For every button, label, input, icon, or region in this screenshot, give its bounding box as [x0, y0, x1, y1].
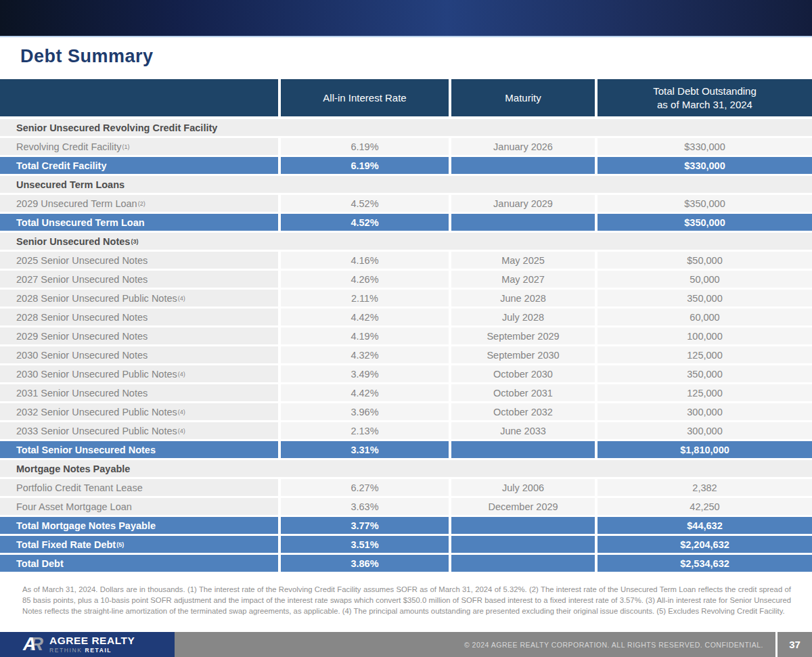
row-label: Mortgage Notes Payable	[0, 460, 812, 477]
column-header-0	[0, 79, 278, 116]
amount-cell: 100,000	[597, 327, 812, 344]
maturity-cell: September 2029	[451, 327, 595, 344]
maturity-cell	[451, 555, 595, 572]
table-row: 2029 Senior Unsecured Notes4.19%Septembe…	[0, 327, 812, 344]
row-label: Four Asset Mortgage Loan	[0, 498, 278, 515]
top-gradient-band	[0, 0, 812, 37]
table-row: 2025 Senior Unsecured Notes4.16%May 2025…	[0, 252, 812, 269]
table-row: 2028 Senior Unsecured Public Notes(4)2.1…	[0, 290, 812, 307]
row-label: 2029 Unsecured Term Loan(2)	[0, 195, 278, 212]
amount-cell: $330,000	[597, 138, 812, 155]
amount-cell: 125,000	[597, 384, 812, 401]
amount-cell: 42,250	[597, 498, 812, 515]
maturity-cell: October 2031	[451, 384, 595, 401]
amount-cell: $2,534,632	[597, 555, 812, 572]
maturity-cell: July 2028	[451, 309, 595, 325]
maturity-cell: May 2025	[451, 252, 595, 269]
ar-monogram-icon: A R	[23, 634, 43, 655]
rate-cell: 3.77%	[281, 517, 449, 534]
rate-cell: 4.19%	[281, 327, 449, 344]
column-header-2: Maturity	[451, 79, 595, 116]
rate-cell: 4.52%	[281, 214, 449, 231]
table-row: 2029 Unsecured Term Loan(2)4.52%January …	[0, 195, 812, 212]
amount-cell: 125,000	[597, 346, 812, 363]
maturity-cell	[451, 441, 595, 458]
logo-tagline: RETHINK RETAIL	[49, 647, 135, 654]
tagline-retail: RETAIL	[83, 647, 112, 654]
table-row: 2030 Senior Unsecured Public Notes(4)3.4…	[0, 365, 812, 382]
debt-summary-table: All-in Interest RateMaturityTotal Debt O…	[0, 79, 812, 574]
rate-cell: 2.13%	[281, 422, 449, 439]
table-row: 2027 Senior Unsecured Notes4.26%May 2027…	[0, 271, 812, 288]
rate-cell: 4.42%	[281, 309, 449, 325]
row-label: Total Debt	[0, 555, 278, 572]
amount-cell: 50,000	[597, 271, 812, 288]
rate-cell: 3.86%	[281, 555, 449, 572]
amount-cell: 300,000	[597, 422, 812, 439]
row-label: 2027 Senior Unsecured Notes	[0, 271, 278, 288]
table-row: 2030 Senior Unsecured Notes4.32%Septembe…	[0, 346, 812, 363]
maturity-cell	[451, 517, 595, 534]
section-header-row: Senior Unsecured Notes(3)	[0, 233, 812, 250]
copyright-text: © 2024 AGREE REALTY CORPORATION. ALL RIG…	[464, 632, 763, 657]
maturity-cell	[451, 157, 595, 174]
rate-cell: 6.27%	[281, 479, 449, 496]
row-label: 2028 Senior Unsecured Public Notes(4)	[0, 290, 278, 307]
maturity-cell	[451, 536, 595, 553]
rate-cell: 2.11%	[281, 290, 449, 307]
maturity-cell: May 2027	[451, 271, 595, 288]
column-header-3: Total Debt Outstandingas of March 31, 20…	[597, 79, 812, 116]
table-row: 2033 Senior Unsecured Public Notes(4)2.1…	[0, 422, 812, 439]
table-row: Portfolio Credit Tenant Lease6.27%July 2…	[0, 479, 812, 496]
row-label: 2025 Senior Unsecured Notes	[0, 252, 278, 269]
row-label: Total Fixed Rate Debt(5)	[0, 536, 278, 553]
row-label: Total Mortgage Notes Payable	[0, 517, 278, 534]
footer-bar: A R AGREE REALTY RETHINK RETAIL © 2024 A…	[0, 632, 812, 657]
row-label: Senior Unsecured Revolving Credit Facili…	[0, 119, 812, 136]
row-label: Portfolio Credit Tenant Lease	[0, 479, 278, 496]
row-label: 2032 Senior Unsecured Public Notes(4)	[0, 403, 278, 420]
table-row: Revolving Credit Facility(1)6.19%January…	[0, 138, 812, 155]
agree-realty-logo: A R AGREE REALTY RETHINK RETAIL	[0, 632, 175, 657]
maturity-cell: October 2030	[451, 365, 595, 382]
amount-cell: $330,000	[597, 157, 812, 174]
logo-text: AGREE REALTY RETHINK RETAIL	[49, 635, 135, 654]
rate-cell: 6.19%	[281, 138, 449, 155]
table-row: 2031 Senior Unsecured Notes4.42%October …	[0, 384, 812, 401]
section-header-row: Senior Unsecured Revolving Credit Facili…	[0, 119, 812, 136]
tagline-rethink: RETHINK	[49, 647, 83, 654]
maturity-cell: June 2033	[451, 422, 595, 439]
rate-cell: 4.26%	[281, 271, 449, 288]
amount-cell: $350,000	[597, 195, 812, 212]
total-row: Total Debt3.86%$2,534,632	[0, 555, 812, 572]
row-label: Total Senior Unsecured Notes	[0, 441, 278, 458]
page-number: 37	[777, 632, 812, 657]
maturity-cell: January 2026	[451, 138, 595, 155]
amount-cell: 350,000	[597, 365, 812, 382]
row-label: 2029 Senior Unsecured Notes	[0, 327, 278, 344]
row-label: 2028 Senior Unsecured Notes	[0, 309, 278, 325]
table-body: Senior Unsecured Revolving Credit Facili…	[0, 119, 812, 572]
table-row: 2028 Senior Unsecured Notes4.42%July 202…	[0, 309, 812, 325]
amount-cell: 350,000	[597, 290, 812, 307]
amount-cell: $50,000	[597, 252, 812, 269]
rate-cell: 4.16%	[281, 252, 449, 269]
maturity-cell: September 2030	[451, 346, 595, 363]
row-label: Revolving Credit Facility(1)	[0, 138, 278, 155]
rate-cell: 3.51%	[281, 536, 449, 553]
rate-cell: 4.32%	[281, 346, 449, 363]
total-row: Total Unsecured Term Loan4.52%$350,000	[0, 214, 812, 231]
column-header-1: All-in Interest Rate	[281, 79, 449, 116]
rate-cell: 3.63%	[281, 498, 449, 515]
row-label: 2030 Senior Unsecured Public Notes(4)	[0, 365, 278, 382]
maturity-cell: June 2028	[451, 290, 595, 307]
page-title: Debt Summary	[20, 46, 154, 67]
row-label: Total Credit Facility	[0, 157, 278, 174]
amount-cell: $2,204,632	[597, 536, 812, 553]
maturity-cell: December 2029	[451, 498, 595, 515]
amount-cell: $1,810,000	[597, 441, 812, 458]
maturity-cell	[451, 214, 595, 231]
amount-cell: 2,382	[597, 479, 812, 496]
rate-cell: 4.42%	[281, 384, 449, 401]
maturity-cell: July 2006	[451, 479, 595, 496]
